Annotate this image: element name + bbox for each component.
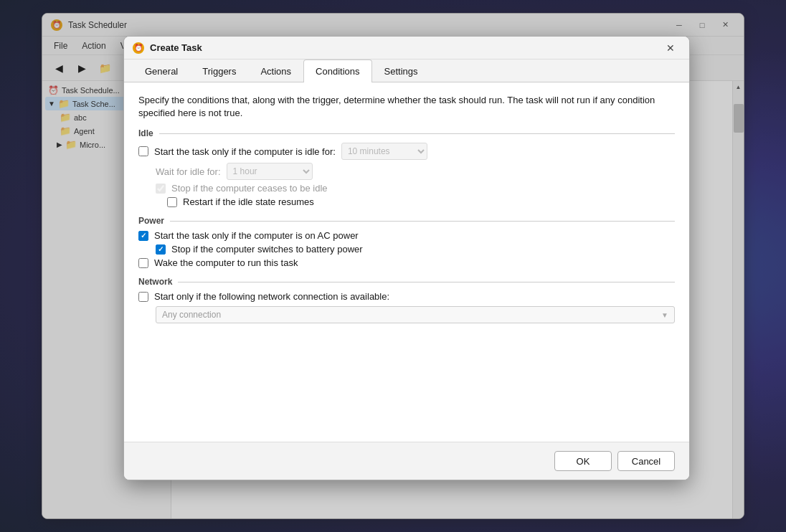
- network-label: Network: [138, 277, 172, 287]
- idle-section-header: Idle: [138, 128, 675, 138]
- network-checkbox[interactable]: [138, 292, 148, 302]
- dialog-close-button[interactable]: ✕: [660, 41, 681, 55]
- network-section-header: Network: [138, 277, 675, 287]
- stop-idle-label: Stop if the computer ceases to be idle: [171, 183, 328, 194]
- battery-row: Stop if the computer switches to battery…: [138, 244, 675, 255]
- battery-label: Stop if the computer switches to battery…: [171, 244, 363, 255]
- network-section-line: [178, 282, 675, 282]
- network-connection-value: Any connection: [162, 310, 221, 320]
- battery-checkbox[interactable]: [156, 244, 166, 255]
- ok-button[interactable]: OK: [554, 451, 612, 471]
- dialog-footer: OK Cancel: [124, 442, 689, 480]
- wake-label: Wake the computer to run this task: [154, 257, 298, 268]
- network-connection-row: Start only if the following network conn…: [138, 291, 675, 302]
- create-task-dialog: ⏰ Create Task ✕ General Triggers Actions…: [123, 36, 690, 480]
- description-text: Specify the conditions that, along with …: [138, 94, 675, 120]
- idle-label: Idle: [138, 128, 153, 138]
- wait-idle-label: Wait for idle for:: [156, 166, 221, 177]
- tab-general[interactable]: General: [133, 60, 190, 82]
- start-idle-checkbox[interactable]: [138, 146, 148, 156]
- ac-power-row: Start the task only if the computer is o…: [138, 230, 675, 241]
- network-connection-dropdown[interactable]: Any connection ▼: [156, 306, 675, 323]
- dropdown-chevron-icon: ▼: [661, 311, 668, 319]
- tab-conditions[interactable]: Conditions: [303, 60, 371, 82]
- power-section-line: [170, 221, 675, 222]
- dialog-icon: ⏰: [133, 42, 144, 54]
- idle-section-line: [159, 133, 675, 134]
- restart-idle-row: Restart if the idle state resumes: [138, 196, 675, 207]
- power-label: Power: [138, 216, 164, 226]
- wait-idle-select[interactable]: 1 hour: [227, 163, 313, 180]
- stop-idle-row: Stop if the computer ceases to be idle: [138, 183, 675, 194]
- power-section-header: Power: [138, 216, 675, 226]
- restart-idle-checkbox[interactable]: [167, 197, 177, 207]
- wait-idle-row: Wait for idle for: 1 hour: [138, 163, 675, 180]
- ac-power-checkbox[interactable]: [138, 231, 148, 241]
- dialog-body: Specify the conditions that, along with …: [124, 82, 689, 442]
- restart-idle-label: Restart if the idle state resumes: [183, 196, 314, 207]
- tab-settings[interactable]: Settings: [372, 60, 430, 82]
- start-idle-label: Start the task only if the computer is i…: [154, 146, 336, 157]
- wake-checkbox[interactable]: [138, 258, 148, 268]
- tab-actions[interactable]: Actions: [248, 60, 303, 82]
- stop-idle-checkbox[interactable]: [156, 184, 166, 194]
- start-idle-row: Start the task only if the computer is i…: [138, 143, 675, 160]
- dialog-title: Create Task: [150, 42, 655, 53]
- tab-triggers[interactable]: Triggers: [190, 60, 248, 82]
- ac-power-label: Start the task only if the computer is o…: [154, 230, 359, 241]
- network-connection-label: Start only if the following network conn…: [154, 291, 389, 302]
- dialog-tabs: General Triggers Actions Conditions Sett…: [124, 60, 689, 82]
- cancel-button[interactable]: Cancel: [617, 451, 675, 471]
- dialog-titlebar: ⏰ Create Task ✕: [124, 37, 689, 60]
- wake-row: Wake the computer to run this task: [138, 257, 675, 268]
- idle-duration-select[interactable]: 10 minutes: [341, 143, 427, 160]
